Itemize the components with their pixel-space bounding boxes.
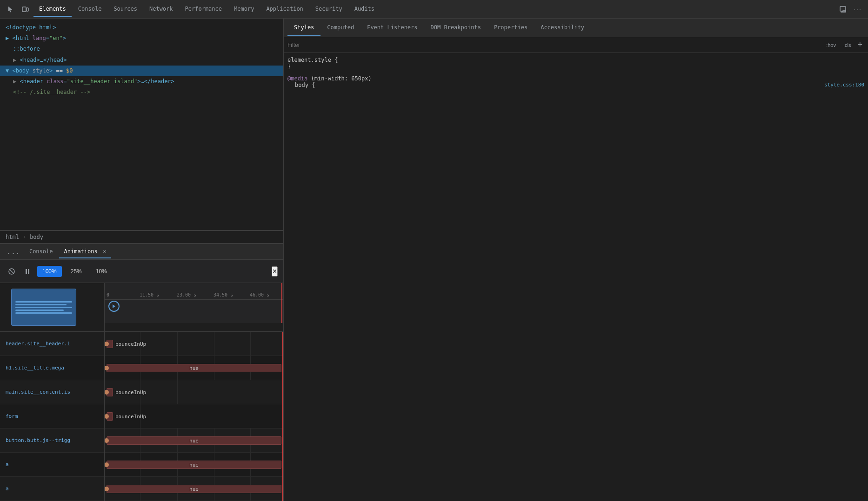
ruler-marks: 0 11.50 s 23.00 s 34.50 s 46.00 s 57.50 …: [105, 283, 283, 300]
tab-security[interactable]: Security: [310, 2, 348, 17]
dom-body[interactable]: ▼ <body style> == $0: [0, 66, 283, 76]
timeline-rows-content: bounceInUp: [105, 332, 283, 501]
breadcrumb-bar: html › body: [0, 231, 283, 244]
preview-row: 0 11.50 s 23.00 s 34.50 s 46.00 s 57.50 …: [0, 283, 283, 332]
animation-preview: [11, 289, 76, 326]
timeline-row-6: hue: [105, 477, 283, 501]
tab-elements[interactable]: Elements: [33, 2, 72, 17]
dom-html[interactable]: ▶ <html lang="en">: [0, 33, 283, 44]
tab-computed[interactable]: Computed: [320, 20, 361, 36]
timeline-labels: header.site__header.i h1.site__title.meg…: [0, 332, 105, 501]
style-source-link[interactable]: style.css:180: [824, 82, 864, 88]
tab-sources[interactable]: Sources: [108, 2, 143, 17]
timeline-row-5: hue: [105, 453, 283, 477]
label-row-1[interactable]: h1.site__title.mega: [0, 356, 104, 380]
speed-25-btn[interactable]: 25%: [66, 266, 87, 277]
timeline-area: 0 11.50 s 23.00 s 34.50 s 46.00 s 57.50 …: [0, 283, 283, 501]
main-layout: <!doctype html> ▶ <html lang="en"> ::bef…: [0, 19, 868, 501]
timeline-row-3: bounceInUp: [105, 404, 283, 428]
add-style-rule-btn[interactable]: +: [855, 40, 864, 50]
speed-10-btn[interactable]: 10%: [91, 266, 112, 277]
styles-filter-bar: :hov .cls +: [284, 37, 868, 53]
label-row-0[interactable]: header.site__header.i: [0, 332, 104, 356]
timeline-row-1: hue: [105, 356, 283, 380]
tab-audits[interactable]: Audits: [349, 2, 380, 17]
right-panel: Styles Computed Event Listeners DOM Brea…: [284, 19, 868, 501]
hov-btn[interactable]: :hov: [823, 41, 839, 49]
label-row-4[interactable]: button.butt.js--trigg: [0, 428, 104, 453]
animation-controls: 100% 25% 10% ×: [0, 260, 283, 283]
svg-rect-6: [28, 269, 29, 274]
styles-tabs: Styles Computed Event Listeners DOM Brea…: [284, 19, 868, 37]
play-btn[interactable]: [108, 301, 120, 312]
tab-performance[interactable]: Performance: [180, 2, 227, 17]
media-rule: @media (min-width: 650px) body { style.c…: [287, 75, 864, 88]
timeline-row-2: bounceInUp: [105, 380, 283, 404]
styles-filter-input[interactable]: [287, 42, 821, 48]
devtools-toolbar: Elements Console Sources Network Perform…: [0, 0, 868, 19]
tab-accessibility[interactable]: Accessibility: [534, 20, 591, 36]
tab-styles[interactable]: Styles: [287, 20, 320, 36]
feedback-icon[interactable]: [836, 3, 849, 16]
styles-content: element.style { } @media (min-width: 650…: [284, 53, 868, 501]
anim-bar-row4: hue: [107, 436, 281, 445]
dom-before[interactable]: ::before: [7, 44, 283, 54]
tab-application[interactable]: Application: [260, 2, 308, 17]
svg-rect-0: [22, 7, 26, 12]
pause-animations-btn[interactable]: [21, 265, 33, 277]
anim-bar-row6: hue: [107, 485, 281, 493]
dom-tree: <!doctype html> ▶ <html lang="en"> ::bef…: [0, 19, 283, 231]
label-row-2[interactable]: main.site__content.is: [0, 380, 104, 404]
timeline-row-4: hue: [105, 428, 283, 453]
tab-console-bottom[interactable]: Console: [25, 245, 58, 258]
breadcrumb-body[interactable]: body: [28, 234, 45, 240]
close-bottom-panel-btn[interactable]: ×: [272, 266, 278, 277]
speed-100-btn[interactable]: 100%: [37, 266, 62, 277]
bottom-panel: ... Console Animations ×: [0, 244, 283, 501]
svg-rect-1: [27, 8, 28, 11]
tab-console[interactable]: Console: [73, 2, 107, 17]
cls-btn[interactable]: .cls: [841, 41, 854, 49]
tab-animations[interactable]: Animations ×: [59, 245, 111, 258]
timeline-rows-container: header.site__header.i h1.site__title.meg…: [0, 332, 283, 501]
tab-properties[interactable]: Properties: [487, 20, 534, 36]
close-animations-btn[interactable]: ×: [103, 248, 107, 255]
play-cursor[interactable]: [108, 301, 120, 312]
tab-network[interactable]: Network: [144, 2, 179, 17]
red-edge-timeline: [282, 332, 283, 501]
clear-animations-btn[interactable]: [6, 265, 18, 277]
label-row-3[interactable]: form: [0, 404, 104, 428]
cursor-icon[interactable]: [4, 3, 17, 16]
bottom-panel-tabs: ... Console Animations ×: [0, 244, 283, 260]
label-row-6[interactable]: a: [0, 477, 104, 501]
tab-event-listeners[interactable]: Event Listeners: [361, 20, 424, 36]
anim-bar-row1: hue: [107, 364, 281, 372]
svg-line-4: [10, 270, 13, 273]
device-icon[interactable]: [19, 3, 32, 16]
dom-header[interactable]: ▶ <header class="site__header island">…<…: [7, 76, 283, 87]
main-tab-bar: Elements Console Sources Network Perform…: [33, 2, 835, 17]
tab-memory[interactable]: Memory: [228, 2, 260, 17]
anim-bar-row5: hue: [107, 461, 281, 469]
left-panel: <!doctype html> ▶ <html lang="en"> ::bef…: [0, 19, 284, 501]
more-options-icon[interactable]: ···: [851, 3, 864, 16]
animation-preview-container: [0, 283, 105, 331]
more-panels-btn[interactable]: ...: [4, 247, 23, 256]
timeline-row-0: bounceInUp: [105, 332, 283, 356]
dom-doctype[interactable]: <!doctype html>: [0, 22, 283, 33]
dom-comment[interactable]: <!-- /.site__header -->: [7, 87, 283, 98]
element-style-rule: element.style { }: [287, 57, 864, 70]
red-edge: [281, 283, 282, 323]
tab-dom-breakpoints[interactable]: DOM Breakpoints: [424, 20, 487, 36]
svg-rect-5: [26, 269, 27, 274]
timeline-ruler: 0 11.50 s 23.00 s 34.50 s 46.00 s 57.50 …: [105, 283, 283, 323]
dom-head[interactable]: ▶ <head>…</head>: [7, 55, 283, 66]
label-row-5[interactable]: a: [0, 453, 104, 477]
breadcrumb-html[interactable]: html: [4, 234, 21, 240]
